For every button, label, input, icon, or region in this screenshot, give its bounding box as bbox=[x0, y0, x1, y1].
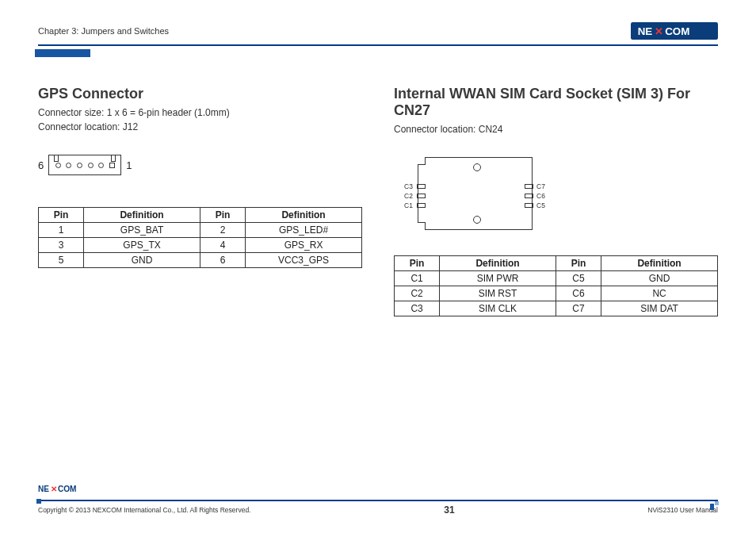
gps-pin-table: Pin Definition Pin Definition 1 GPS_BAT … bbox=[38, 207, 362, 268]
sim-socket-section: Internal WWAN SIM Card Socket (SIM 3) Fo… bbox=[394, 86, 718, 316]
sim-pad bbox=[525, 184, 533, 189]
nexcom-logo: NE ✕ COM bbox=[631, 22, 718, 40]
gps-diagram: 6 1 bbox=[38, 155, 362, 175]
sim-diagram: C3 C2 C1 C7 C6 C5 bbox=[402, 157, 544, 230]
gps-subtext: Connector size: 1 x 6 = 6-pin header (1.… bbox=[38, 105, 362, 134]
gps-pin6-label: 6 bbox=[38, 159, 44, 171]
sim-pad bbox=[525, 203, 533, 208]
sim-pad bbox=[417, 184, 426, 189]
footer-accent-right bbox=[710, 499, 720, 505]
svg-text:NE: NE bbox=[638, 25, 653, 37]
sim-pin-table: Pin Definition Pin Definition C1 SIM PWR… bbox=[394, 255, 718, 316]
table-row: C1 SIM PWR C5 GND bbox=[395, 271, 718, 286]
footer-accent-left bbox=[36, 499, 41, 504]
gps-pin1-label: 1 bbox=[126, 159, 132, 171]
nexcom-footer-logo: NE ✕ COM bbox=[38, 484, 100, 495]
gps-pin-hole bbox=[88, 163, 94, 168]
sim-pad-label: C1 bbox=[404, 201, 413, 209]
page-number: 31 bbox=[444, 504, 454, 516]
gps-pin-hole bbox=[55, 163, 61, 168]
sim-mounting-hole bbox=[473, 216, 481, 224]
svg-text:COM: COM bbox=[665, 25, 689, 37]
gps-header-box bbox=[48, 155, 121, 175]
sim-pad-label: C5 bbox=[536, 201, 545, 209]
table-row: 1 GPS_BAT 2 GPS_LED# bbox=[39, 223, 362, 238]
sim-pad-label: C3 bbox=[404, 182, 413, 190]
gps-pin-hole bbox=[77, 163, 82, 168]
gps-size-line: Connector size: 1 x 6 = 6-pin header (1.… bbox=[38, 107, 230, 118]
sim-pad-label: C2 bbox=[404, 192, 413, 200]
sim-loc-line: Connector location: CN24 bbox=[394, 124, 502, 135]
footer-divider bbox=[38, 500, 718, 501]
table-header-row: Pin Definition Pin Definition bbox=[39, 208, 362, 223]
gps-pin-hole bbox=[66, 163, 71, 168]
th-def: Definition bbox=[246, 208, 362, 223]
sim-notch bbox=[418, 222, 426, 230]
page-header: Chapter 3: Jumpers and Switches NE ✕ COM bbox=[38, 22, 718, 46]
th-pin: Pin bbox=[39, 208, 84, 223]
sim-pad-label: C7 bbox=[536, 182, 545, 190]
th-pin: Pin bbox=[200, 208, 245, 223]
table-row: 3 GPS_TX 4 GPS_RX bbox=[39, 238, 362, 253]
table-row: 5 GND 6 VCC3_GPS bbox=[39, 253, 362, 268]
sim-pad-label: C6 bbox=[536, 192, 545, 200]
sim-mounting-hole bbox=[473, 163, 481, 171]
page-footer: NE ✕ COM Copyright © 2013 NEXCOM Interna… bbox=[38, 484, 718, 516]
footer-row: Copyright © 2013 NEXCOM International Co… bbox=[38, 504, 718, 516]
sim-pad bbox=[525, 194, 533, 198]
gps-pin-hole bbox=[98, 163, 104, 168]
sim-title: Internal WWAN SIM Card Socket (SIM 3) Fo… bbox=[394, 86, 718, 119]
gps-connector-section: GPS Connector Connector size: 1 x 6 = 6-… bbox=[38, 86, 362, 316]
sim-subtext: Connector location: CN24 bbox=[394, 122, 718, 136]
svg-text:COM: COM bbox=[58, 485, 77, 493]
svg-text:✕: ✕ bbox=[655, 25, 663, 37]
copyright-text: Copyright © 2013 NEXCOM International Co… bbox=[38, 506, 250, 514]
th-pin: Pin bbox=[395, 256, 440, 271]
gps-loc-line: Connector location: J12 bbox=[38, 121, 138, 132]
sim-pad bbox=[417, 203, 426, 208]
gps-title: GPS Connector bbox=[38, 86, 362, 102]
sim-pad bbox=[417, 194, 426, 198]
th-pin: Pin bbox=[556, 256, 601, 271]
content-columns: GPS Connector Connector size: 1 x 6 = 6-… bbox=[38, 86, 718, 316]
svg-text:NE: NE bbox=[38, 485, 49, 493]
gps-pin1-square bbox=[109, 163, 115, 168]
table-header-row: Pin Definition Pin Definition bbox=[395, 256, 718, 271]
sim-notch bbox=[418, 157, 426, 165]
th-def: Definition bbox=[84, 208, 200, 223]
table-row: C3 SIM CLK C7 SIM DAT bbox=[395, 301, 718, 316]
table-row: C2 SIM RST C6 NC bbox=[395, 286, 718, 301]
th-def: Definition bbox=[440, 256, 556, 271]
chapter-title: Chapter 3: Jumpers and Switches bbox=[38, 26, 169, 36]
svg-text:✕: ✕ bbox=[51, 485, 57, 493]
manual-name: NViS2310 User Manual bbox=[647, 506, 718, 514]
header-blue-tab bbox=[35, 49, 90, 57]
th-def: Definition bbox=[601, 256, 718, 271]
